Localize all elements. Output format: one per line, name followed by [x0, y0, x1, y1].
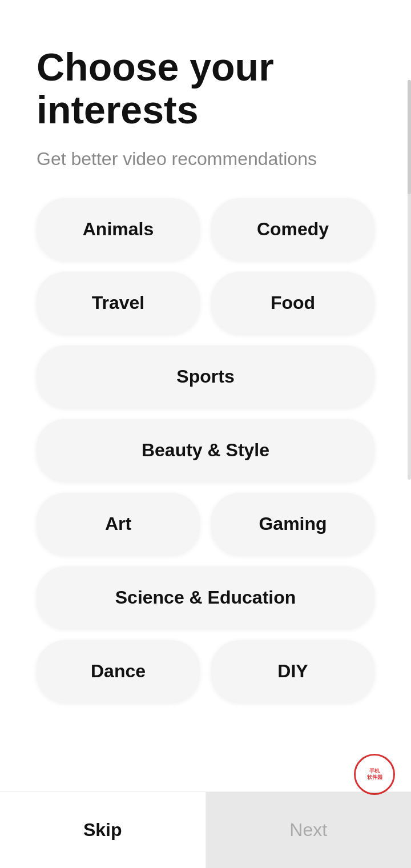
bottom-actions: Skip Next	[0, 791, 411, 868]
watermark-logo: 手机软件园	[354, 754, 395, 795]
interest-chip-travel[interactable]: Travel	[37, 272, 200, 334]
interest-row-3: Sports	[37, 345, 374, 408]
interest-chip-art[interactable]: Art	[37, 493, 200, 555]
interest-chip-beauty-style[interactable]: Beauty & Style	[37, 419, 374, 481]
scrollbar-thumb[interactable]	[408, 80, 411, 194]
skip-button[interactable]: Skip	[0, 792, 206, 868]
interest-chip-science-education[interactable]: Science & Education	[37, 566, 374, 629]
next-button[interactable]: Next	[206, 792, 412, 868]
interest-row-6: Science & Education	[37, 566, 374, 629]
interest-chip-dance[interactable]: Dance	[37, 640, 200, 702]
interest-chip-comedy[interactable]: Comedy	[211, 198, 374, 260]
interest-row-7: Dance DIY	[37, 640, 374, 702]
interest-row-4: Beauty & Style	[37, 419, 374, 481]
interests-grid: Animals Comedy Travel Food Sports Beauty…	[37, 198, 374, 702]
interest-chip-sports[interactable]: Sports	[37, 345, 374, 408]
interest-row-5: Art Gaming	[37, 493, 374, 555]
page-title: Choose your interests	[37, 46, 374, 131]
scrollbar-track	[408, 80, 411, 480]
watermark: 手机软件园	[354, 754, 400, 799]
interest-chip-gaming[interactable]: Gaming	[211, 493, 374, 555]
interest-row-1: Animals Comedy	[37, 198, 374, 260]
interest-chip-animals[interactable]: Animals	[37, 198, 200, 260]
page-subtitle: Get better video recommendations	[37, 147, 374, 171]
interest-chip-diy[interactable]: DIY	[211, 640, 374, 702]
interest-row-2: Travel Food	[37, 272, 374, 334]
interest-chip-food[interactable]: Food	[211, 272, 374, 334]
